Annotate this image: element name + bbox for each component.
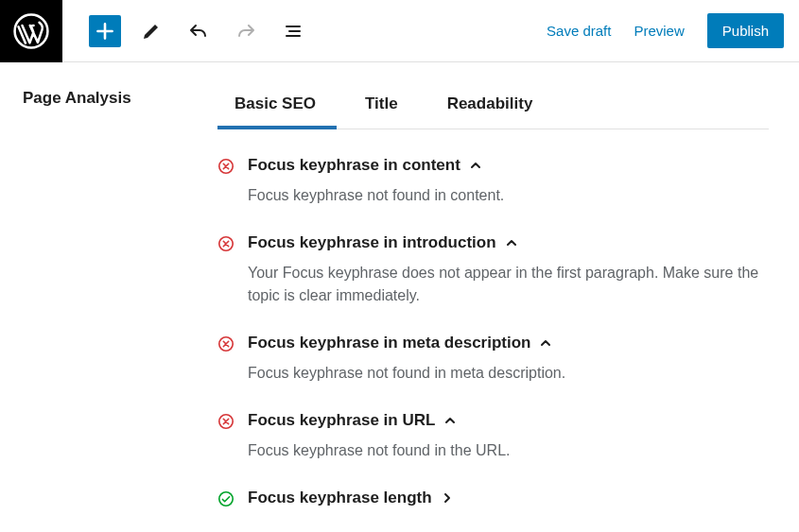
error-status-icon xyxy=(217,335,234,352)
analysis-item-toggle[interactable]: Focus keyphrase in introduction xyxy=(248,233,769,252)
wordpress-icon xyxy=(13,13,49,49)
analysis-item-title: Focus keyphrase in introduction xyxy=(248,233,496,252)
error-status-icon xyxy=(217,235,234,252)
error-status-icon xyxy=(217,413,234,430)
chevron-up-icon xyxy=(538,335,553,351)
chevron-right-icon xyxy=(440,490,455,506)
analysis-item-title: Focus keyphrase in content xyxy=(248,156,460,175)
edit-mode-button[interactable] xyxy=(134,14,168,48)
tab-title[interactable]: Title xyxy=(365,89,398,129)
analysis-item: Focus keyphrase in meta description Focu… xyxy=(217,328,769,405)
analysis-item-description: Your Focus keyphrase does not appear in … xyxy=(248,262,769,307)
undo-icon xyxy=(187,20,210,43)
redo-icon xyxy=(234,20,257,43)
chevron-up-icon xyxy=(504,235,519,250)
add-block-button[interactable] xyxy=(89,15,121,47)
wordpress-logo-button[interactable] xyxy=(0,0,62,62)
analysis-item-title: Focus keyphrase in meta description xyxy=(248,334,530,352)
analysis-item: Focus keyphrase length xyxy=(217,483,769,528)
svg-point-5 xyxy=(219,492,233,506)
chevron-up-icon xyxy=(468,158,483,173)
analysis-item-toggle[interactable]: Focus keyphrase in content xyxy=(248,156,769,175)
error-status-icon xyxy=(217,158,234,175)
page-analysis-heading: Page Analysis xyxy=(23,89,217,108)
analysis-item: Focus keyphrase in URL Focus keyphrase n… xyxy=(217,405,769,483)
analysis-panel: Basic SEO Title Readability Focus keyphr… xyxy=(217,62,799,528)
chevron-up-icon xyxy=(443,413,458,428)
panel-heading-area: Page Analysis xyxy=(0,62,217,528)
tab-readability[interactable]: Readability xyxy=(447,89,533,129)
analysis-item: Focus keyphrase in content Focus keyphra… xyxy=(217,150,769,228)
undo-button[interactable] xyxy=(182,14,216,48)
analysis-item-toggle[interactable]: Focus keyphrase in URL xyxy=(248,411,769,430)
redo-button[interactable] xyxy=(229,14,263,48)
save-draft-button[interactable]: Save draft xyxy=(547,23,611,39)
tab-basic-seo[interactable]: Basic SEO xyxy=(234,89,316,129)
analysis-item-toggle[interactable]: Focus keyphrase length xyxy=(248,489,769,507)
document-outline-button[interactable] xyxy=(276,14,310,48)
pencil-icon xyxy=(140,20,163,43)
ok-status-icon xyxy=(217,490,234,507)
editor-top-toolbar: Save draft Preview Publish xyxy=(0,0,799,62)
analysis-item-description: Focus keyphrase not found in content. xyxy=(248,184,769,207)
toolbar-left-group xyxy=(62,14,310,48)
analysis-item: Focus keyphrase in introduction Your Foc… xyxy=(217,228,769,328)
publish-button[interactable]: Publish xyxy=(707,13,784,48)
outline-icon xyxy=(282,20,304,43)
analysis-item-description: Focus keyphrase not found in the URL. xyxy=(248,439,769,462)
analysis-item-title: Focus keyphrase in URL xyxy=(248,411,435,430)
plus-icon xyxy=(93,19,117,43)
toolbar-right-group: Save draft Preview Publish xyxy=(547,13,799,48)
analysis-item-toggle[interactable]: Focus keyphrase in meta description xyxy=(248,334,769,352)
preview-button[interactable]: Preview xyxy=(634,23,684,39)
analysis-item-description: Focus keyphrase not found in meta descri… xyxy=(248,362,769,385)
analysis-items-list: Focus keyphrase in content Focus keyphra… xyxy=(217,129,769,528)
analysis-item-title: Focus keyphrase length xyxy=(248,489,432,507)
analysis-tabs: Basic SEO Title Readability xyxy=(217,89,769,129)
